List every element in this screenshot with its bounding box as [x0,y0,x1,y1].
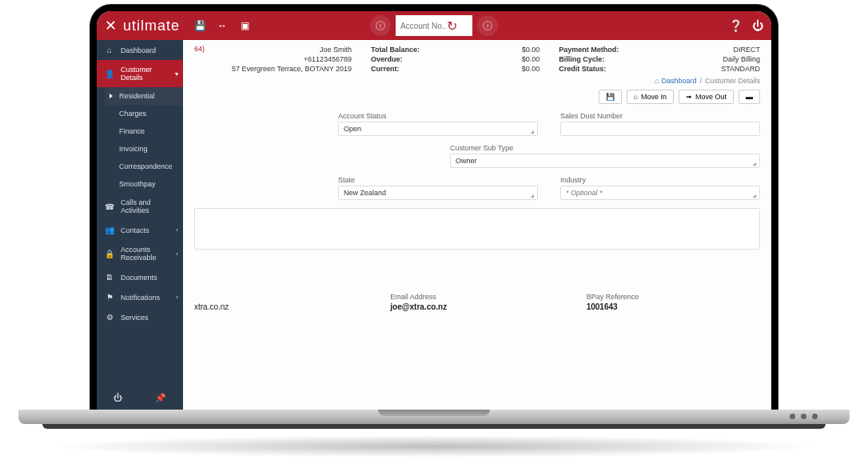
sidebar-label: Finance [119,127,145,135]
sidebar-item-documents[interactable]: 🗎Documents [97,267,183,287]
field-label: Customer Sub Type [450,144,760,152]
dropdown-icon [753,194,756,198]
layout-icon[interactable]: ▣ [239,20,250,31]
state-select[interactable]: New Zealand [338,186,538,200]
customer-identity: Joe Smith +61123456789 57 Evergreen Terr… [232,45,352,74]
sidebar-item-notifications[interactable]: ⚑Notifications‹ [97,287,183,307]
label: Billing Cycle: [559,54,619,64]
account-status-select[interactable]: Open [338,122,538,136]
label: Overdue: [371,54,420,64]
breadcrumb: ⌂ Dashboard/ Customer Details [183,77,771,90]
save-icon[interactable]: 💾 [194,20,205,31]
toolbar-icons: 💾 ↔ ▣ [194,20,250,31]
home-icon: ⌂ [655,77,659,85]
label: Payment Method: [559,45,619,54]
sidebar-item-charges[interactable]: Charges [105,105,183,122]
phone-icon: ☎ [105,202,114,211]
power-icon[interactable]: ⏻ [113,393,122,403]
readout-domain: xtra.co.nz [194,293,368,311]
exit-icon: ➟ [686,93,692,101]
balance-values: $0.00 $0.00 $0.00 [522,45,540,74]
value: $0.00 [522,54,540,64]
sidebar-label: Services [121,314,149,322]
breadcrumb-home[interactable]: Dashboard [661,77,696,85]
close-icon[interactable]: ✕ [105,17,117,34]
customer-name: Joe Smith [232,45,352,54]
sidebar-item-smoothpay[interactable]: Smoothpay [105,175,183,193]
sidebar-submenu: Residential Charges Finance Invoicing Co… [97,87,183,193]
account-id-suffix: 64) [194,45,205,74]
field-label: Account Status [338,112,538,120]
sidebar-item-residential[interactable]: Residential [105,87,183,105]
sidebar-label: Dashboard [121,46,156,54]
value: STANDARD [721,64,760,74]
meta-labels: Payment Method: Billing Cycle: Credit St… [559,45,619,74]
refresh-icon[interactable]: ↻ [447,18,457,34]
laptop-indicator-dots [790,414,818,419]
account-search[interactable]: ↻ [396,15,472,36]
users-icon: 👥 [105,226,114,234]
share-icon[interactable]: ↔ [217,20,228,31]
sidebar-item-services[interactable]: ⚙Services [97,307,183,327]
nav-center: ↻ [370,15,498,36]
gear-icon: ⚙ [105,313,114,322]
chevron-left-icon: ‹ [176,226,178,234]
sidebar-item-calls[interactable]: ☎Calls and Activities [97,193,183,220]
sidebar-label: Customer Details [121,66,175,82]
text-input[interactable] [566,125,755,133]
move-in-button[interactable]: ⌂Move In [627,90,674,104]
home-icon: ⌂ [634,93,638,101]
sidebar-label: Invoicing [119,145,148,153]
value: 1001643 [587,302,618,311]
chevron-left-icon: ‹ [176,294,178,301]
sidebar-item-contacts[interactable]: 👥Contacts‹ [97,220,183,240]
help-icon[interactable]: ❔ [729,19,743,32]
field-customer-sub-type: Customer Sub Type Owner [450,144,760,168]
sidebar-item-invoicing[interactable]: Invoicing [105,140,183,158]
text-input[interactable] [566,189,755,197]
field-label: State [338,176,538,184]
value: joe@xtra.co.nz [390,302,447,311]
action-bar: 💾 ⌂Move In ➟Move Out ▬ [183,90,771,109]
value: Daily Billing [721,54,760,64]
select-value: Open [344,125,361,133]
sidebar-item-ar[interactable]: 🔒Accounts Receivable‹ [97,240,183,267]
home-icon: ⌂ [105,46,114,54]
save-button[interactable]: 💾 [599,90,622,104]
app-window: ✕ utilmate 💾 ↔ ▣ ↻ ❔ ⏻ ⌂Dash [97,11,771,411]
sidebar-label: Documents [121,274,157,282]
laptop-notch [378,410,490,416]
search-input[interactable] [400,22,447,30]
field-label: Sales Dust Number [560,112,760,120]
document-icon: 🗎 [105,273,114,282]
power-icon[interactable]: ⏻ [752,19,763,32]
laptop-shadow [48,435,820,458]
svg-point-0 [376,22,385,30]
sidebar-label: Correspondence [119,162,173,170]
contact-readout: xtra.co.nz Email Address joe@xtra.co.nz … [183,293,771,311]
label: Current: [371,64,420,74]
nav-back-icon[interactable] [370,15,391,36]
notes-textarea[interactable] [194,208,760,250]
value: DIRECT [721,45,760,54]
meta-values: DIRECT Daily Billing STANDARD [721,45,760,74]
sidebar-item-dashboard[interactable]: ⌂Dashboard [97,40,183,60]
pin-icon[interactable]: 📌 [155,393,166,403]
card-button[interactable]: ▬ [739,90,760,104]
sales-number-input[interactable] [560,122,760,136]
nav-forward-icon[interactable] [477,15,498,36]
industry-select[interactable] [560,186,760,200]
move-out-button[interactable]: ➟Move Out [679,90,734,104]
svg-point-1 [484,22,492,30]
button-label: Move Out [695,93,727,101]
field-label: BPay Reference [587,293,760,301]
select-value: New Zealand [344,189,386,197]
dropdown-icon [753,162,756,166]
sidebar-item-finance[interactable]: Finance [105,122,183,140]
sidebar-item-correspondence[interactable]: Correspondence [105,158,183,175]
customer-sub-type-select[interactable]: Owner [450,154,760,168]
laptop-bottom [42,424,826,429]
sidebar-item-customer-details[interactable]: 👤Customer Details▾ [97,60,183,87]
field-state: State New Zealand [338,176,538,200]
sidebar-label: Accounts Receivable [121,246,175,262]
